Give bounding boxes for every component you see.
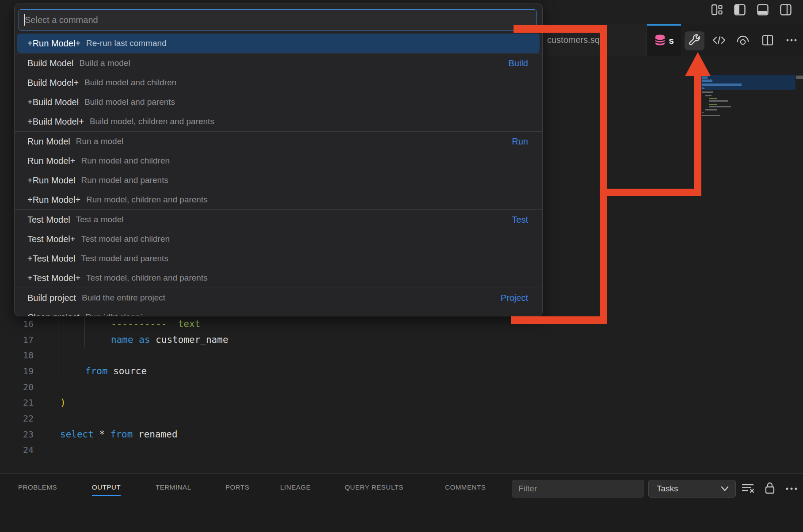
line-number: 23 — [0, 429, 34, 440]
split-editor-button[interactable] — [757, 31, 777, 50]
minimap-line — [702, 80, 712, 82]
minimap-line — [709, 104, 717, 105]
eye-icon — [735, 34, 750, 49]
tasks-dropdown[interactable]: Tasks — [648, 480, 736, 498]
line-number: 21 — [0, 397, 34, 408]
titlebar-layout-controls — [711, 4, 792, 16]
command-name: Clean project — [27, 312, 80, 317]
minimap-line — [702, 87, 704, 89]
toggle-panel-icon[interactable] — [757, 4, 769, 16]
code-line: 22 — [0, 410, 228, 426]
chevron-down-icon — [720, 486, 729, 492]
command-item[interactable]: Run Model+Run model and children — [17, 151, 540, 171]
panel-tab-lineage[interactable]: LINEAGE — [280, 483, 311, 495]
command-category-badge: Build — [509, 58, 528, 68]
command-item[interactable]: Test Model+Test model and children — [17, 229, 540, 249]
command-item[interactable]: Build projectBuild the entire projectPro… — [17, 288, 540, 308]
command-name: +Test Model+ — [27, 273, 80, 283]
command-item[interactable]: Build Model+Build model and children — [17, 73, 540, 92]
panel-tab-output[interactable]: OUTPUT — [92, 483, 121, 496]
command-description: Test a model — [76, 215, 124, 224]
minimap-line — [709, 98, 717, 99]
annotation-arrow-shaft — [694, 75, 701, 196]
command-description: Re-run last command — [86, 38, 167, 48]
command-name: +Run Model — [27, 175, 75, 186]
command-palette: +Run Model+Re-run last commandBuild Mode… — [14, 4, 543, 316]
panel-tab-problems[interactable]: PROBLEMS — [18, 483, 57, 495]
minimap[interactable] — [701, 75, 795, 124]
command-item[interactable]: +Test ModelTest model and parents — [17, 249, 540, 268]
editor-more-actions-button[interactable] — [781, 31, 801, 50]
lock-icon[interactable] — [763, 481, 776, 497]
command-category-badge: Project — [501, 293, 528, 303]
tab-query-preview[interactable]: s — [647, 24, 681, 56]
command-item[interactable]: Run ModelRun a modelRun — [17, 132, 540, 151]
command-item[interactable]: Test ModelTest a modelTest — [17, 210, 540, 229]
command-description: Build a model — [80, 58, 130, 68]
command-name: +Run Model+ — [27, 38, 80, 49]
code-line: 16---------- text — [0, 316, 228, 332]
code-line: 20 — [0, 379, 228, 395]
command-item[interactable]: +Test Model+Test model, children and par… — [17, 268, 540, 288]
command-description: Build model and parents — [84, 97, 175, 107]
customize-layout-icon[interactable] — [711, 4, 723, 16]
command-description: Run model, children and parents — [86, 195, 208, 205]
command-name: +Build Model+ — [27, 117, 84, 127]
line-number: 16 — [0, 319, 34, 329]
command-item[interactable]: +Run Model+Run model, children and paren… — [17, 190, 540, 209]
command-item[interactable]: +Run ModelRun model and parents — [17, 171, 540, 190]
code-line: 18 — [0, 347, 228, 363]
command-name: Run Model — [27, 137, 70, 147]
annotation-arrow-head — [685, 52, 711, 76]
command-item[interactable]: Clean projectRun `dbt clean` — [17, 308, 540, 316]
minimap-line — [702, 76, 708, 79]
filter-box — [512, 480, 644, 498]
text-caret — [24, 14, 25, 26]
line-number: 22 — [0, 413, 34, 424]
command-description: Build model and children — [84, 78, 176, 87]
wrench-icon — [688, 34, 701, 49]
code-line: 21) — [0, 395, 228, 410]
annotation-line — [514, 25, 607, 33]
command-item[interactable]: +Run Model+Re-run last command — [17, 34, 540, 53]
tab-label-truncated: s — [669, 35, 674, 46]
code-editor[interactable]: 16---------- text17name as customer_name… — [0, 316, 228, 458]
line-number: 20 — [0, 382, 34, 392]
line-number: 19 — [0, 366, 34, 376]
toggle-secondary-sidebar-icon[interactable] — [780, 4, 792, 16]
filter-input[interactable] — [512, 480, 644, 497]
line-number: 17 — [0, 334, 34, 345]
command-name: Build Model — [27, 58, 74, 68]
minimap-line — [702, 91, 713, 93]
command-item[interactable]: +Build ModelBuild model and parents — [17, 92, 540, 112]
dbt-wrench-button[interactable] — [685, 31, 704, 50]
code-line: 24 — [0, 442, 228, 458]
command-category-badge: Run — [512, 137, 528, 147]
command-name: +Run Model+ — [27, 195, 80, 205]
minimap-line — [709, 106, 731, 107]
command-name: +Build Model — [27, 97, 79, 107]
preview-query-button[interactable] — [733, 31, 753, 50]
command-description: Run model and children — [81, 156, 170, 166]
command-description: Run a model — [76, 137, 124, 146]
minimap-line — [702, 112, 704, 113]
toggle-sidebar-icon[interactable] — [734, 4, 746, 16]
clear-output-button[interactable] — [741, 483, 756, 496]
panel-tab-comments[interactable]: COMMENTS — [445, 483, 486, 495]
panel-tab-query-results[interactable]: QUERY RESULTS — [345, 483, 403, 495]
annotation-line — [600, 189, 701, 196]
command-input[interactable] — [19, 10, 536, 30]
compiled-code-button[interactable] — [709, 31, 729, 50]
minimap-line — [705, 109, 717, 110]
panel-tab-terminal[interactable]: TERMINAL — [156, 483, 191, 495]
minimap-line — [702, 84, 742, 86]
command-item[interactable]: +Build Model+Build model, children and p… — [17, 112, 540, 131]
line-number: 18 — [0, 350, 34, 361]
minimap-line — [705, 95, 712, 96]
command-description: Test model and parents — [81, 254, 168, 263]
panel-tab-ports[interactable]: PORTS — [225, 483, 249, 495]
command-name: Test Model+ — [27, 234, 75, 244]
panel-more-actions-button[interactable] — [785, 485, 798, 493]
command-item[interactable]: Build ModelBuild a modelBuild — [17, 53, 540, 73]
command-name: Run Model+ — [27, 156, 75, 166]
